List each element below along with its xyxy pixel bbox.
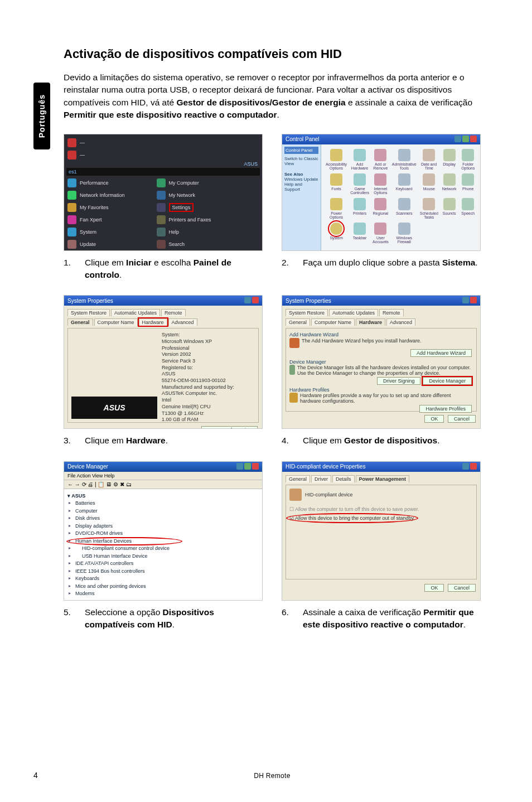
step-5: 5. Seleccione a opção Dispositivos compa… [64, 606, 263, 630]
page-footer: 4 DH Remote [33, 771, 481, 780]
footer-title: DH Remote [64, 772, 481, 780]
screenshot-system-general: System Properties System Restore Automat… [64, 295, 263, 429]
step-1: 1. Clique em Iniciar e escolha Painel de… [64, 257, 263, 281]
language-tab: Português [33, 83, 50, 149]
screenshot-device-manager: Device Manager File Action View Help ← →… [64, 461, 263, 601]
screenshot-control-panel: Control Panel Control Panel Switch to Cl… [282, 134, 481, 251]
step-6: 6. Assinale a caixa de verificação Permi… [282, 606, 481, 630]
intro-paragraph: Devido a limitações do sistema operativo… [64, 71, 481, 122]
page-number: 4 [33, 771, 64, 780]
step-4: 4. Clique em Gestor de dispositivos. [282, 434, 481, 447]
language-label: Português [37, 94, 46, 138]
screenshot-hid-properties: HID-compliant device Properties General … [282, 461, 481, 601]
screenshot-system-hardware: System Properties System Restore Automat… [282, 295, 481, 429]
step-2: 2. Faça um duplo clique sobre a pasta Si… [282, 257, 481, 269]
step-3: 3. Clique em Hardware. [64, 434, 263, 447]
page-heading: Activação de dispositivos compatíveis co… [64, 47, 481, 61]
screenshot-start-menu: — — ASUS es1 Performance Network Informa… [64, 134, 263, 251]
